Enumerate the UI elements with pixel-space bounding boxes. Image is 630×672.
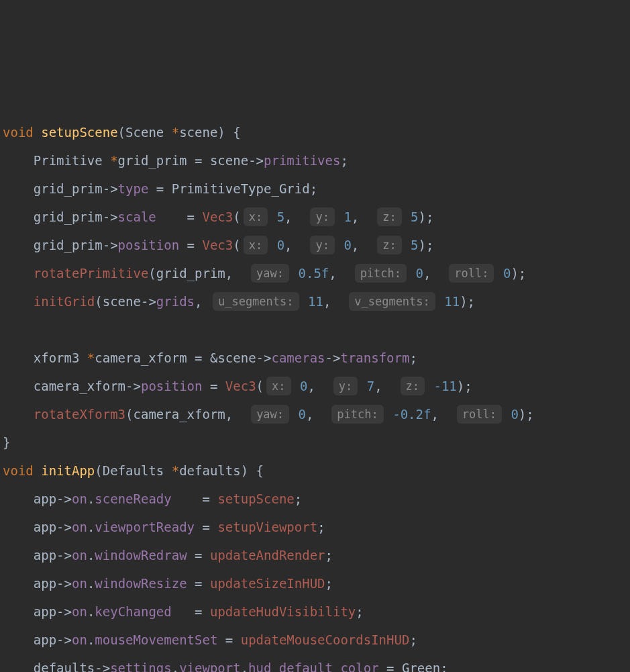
code-editor[interactable]: void setupScene(Scene *scene) { Primitiv… [3,118,627,672]
code-line: } [3,428,627,457]
param-hint: x: [244,236,268,254]
code-line: app->on.viewportReady = setupViewport; [3,513,627,541]
param-hint: u_segments: [213,292,299,311]
param-hint: x: [244,207,268,226]
code-line: app->on.mouseMovementSet = updateMouseCo… [3,626,627,654]
param-hint: z: [377,236,401,254]
code-line: Primitive *grid_prim = scene->primitives… [3,146,627,175]
param-hint: yaw: [251,264,289,283]
code-line: rotateXform3(camera_xform, yaw: 0, pitch… [3,400,627,428]
param-hint: v_segments: [349,292,435,311]
code-line: initGrid(scene->grids, u_segments: 11, v… [3,287,627,316]
param-hint: yaw: [251,405,289,424]
code-line: grid_prim->scale = Vec3(x: 5, y: 1, z: 5… [3,203,627,231]
code-line: grid_prim->type = PrimitiveType_Grid; [3,175,627,203]
code-line: app->on.sceneReady = setupScene; [3,485,627,513]
keyword-void: void [3,125,34,140]
code-line: void setupScene(Scene *scene) { [3,118,627,146]
code-line: grid_prim->position = Vec3(x: 0, y: 0, z… [3,231,627,259]
code-line: app->on.keyChanged = updateHudVisibility… [3,597,627,626]
param-hint: pitch: [355,264,407,283]
param-hint: z: [377,207,401,226]
code-line: void initApp(Defaults *defaults) { [3,457,627,485]
param-hint: y: [310,207,334,226]
param-hint: pitch: [331,405,383,424]
code-line: app->on.windowResize = updateSizeInHUD; [3,569,627,597]
param-hint: z: [401,377,425,395]
param-hint: roll: [457,405,502,424]
code-line: defaults->settings.viewport.hud_default_… [3,654,627,672]
function-name: setupScene [41,125,117,140]
param-hint: y: [310,236,334,254]
code-line: app->on.windowRedraw = updateAndRender; [3,541,627,569]
code-line [3,316,627,344]
code-line: camera_xform->position = Vec3(x: 0, y: 7… [3,372,627,400]
code-line: rotatePrimitive(grid_prim, yaw: 0.5f, pi… [3,259,627,287]
param-hint: y: [333,377,358,395]
code-line: xform3 *camera_xform = &scene->cameras->… [3,344,627,372]
function-name: initApp [41,463,95,478]
param-hint: x: [266,377,291,395]
param-hint: roll: [449,264,494,283]
